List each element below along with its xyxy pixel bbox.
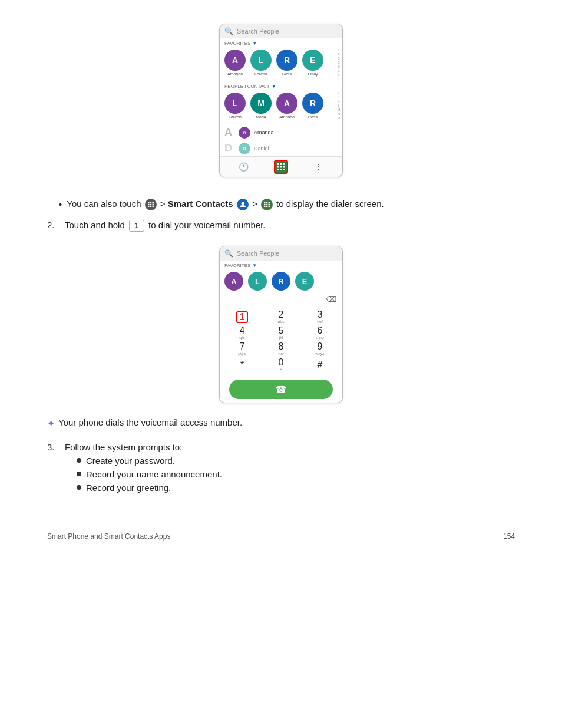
contact-daniel: D Daniel (239, 143, 269, 154)
key-hash: # (307, 358, 333, 371)
phone-toolbar: 🕐 ⋮ (220, 156, 342, 177)
sub-bullet (77, 458, 81, 463)
svg-rect-9 (148, 202, 150, 203)
backspace-icon: ⌫ (326, 295, 336, 304)
step-3-content: Follow the system prompts to: Create you… (65, 442, 222, 496)
people-contact-label: PEOPLE I CONTACT ▼ (220, 81, 342, 90)
avatar-lauren: L Lauren (224, 93, 246, 119)
step-2-content: Touch and hold 1 to dial your voicemail … (65, 220, 266, 232)
avatar-circle: L (250, 50, 272, 71)
more-icon: ⋮ (312, 160, 326, 174)
svg-rect-11 (152, 202, 154, 203)
avatar-a: A (224, 272, 243, 291)
bullet-dot: • (59, 199, 62, 209)
diamond-icon: ✦ (47, 418, 55, 429)
svg-rect-14 (152, 204, 154, 206)
step-3-number: 3. (47, 442, 65, 452)
svg-rect-25 (264, 206, 266, 208)
avatar-circle: M (250, 93, 272, 114)
alphabet-bar: *ABCDEF (335, 47, 342, 78)
page-content: 🔍 Search People FAVORITES ▼ A Amanda (47, 24, 515, 541)
a-section: A A Amanda (220, 124, 342, 140)
bullet-text-1: You can also touch > Smart Contacts (67, 199, 384, 210)
key-1: 1 (229, 310, 255, 324)
note-text: Your phone dials the voicemail access nu… (58, 417, 242, 427)
call-button[interactable]: ☎ (229, 380, 333, 399)
dialer-keypad: 1 2 abc 3 def 4 ghi (220, 305, 342, 376)
contact-amanda: A Amanda (239, 127, 274, 139)
svg-rect-13 (150, 204, 151, 206)
sub-list-item-3: Record your greeting. (77, 483, 222, 493)
key-4: 4 ghi (229, 326, 255, 340)
avatar-small: D (239, 143, 250, 154)
key-6: 6 mno (307, 326, 333, 340)
chevron-down-icon2: ▼ (272, 84, 276, 89)
footer-left: Smart Phone and Smart Contacts Apps (47, 532, 170, 541)
contacts-icon (237, 199, 249, 210)
sub-bullet (77, 485, 81, 490)
avatar-circle: A (224, 50, 246, 71)
favorites-label: FAVORITES ▼ (220, 38, 342, 47)
people-contact-avatars: L Lauren M Maria A Amanda R (220, 90, 342, 121)
d-section: D D Daniel (220, 140, 342, 156)
svg-rect-10 (150, 202, 151, 203)
dialer-search-bar: 🔍 Search People (220, 246, 342, 261)
keypad-row-1: 1 2 abc 3 def (229, 310, 333, 324)
chevron-down-icon3: ▼ (252, 263, 257, 268)
avatar-emily: E Emily (302, 50, 323, 76)
svg-rect-22 (264, 204, 266, 206)
clock-icon: 🕐 (236, 160, 250, 174)
avatar-circle: E (302, 50, 323, 71)
avatar-small: A (239, 127, 250, 139)
key-8: 8 tuv (268, 342, 294, 355)
note-result: ✦ Your phone dials the voicemail access … (47, 417, 242, 429)
keypad-row-2: 4 ghi 5 jkl 6 mno (229, 326, 333, 340)
alphabet-bar2: IJKLMNO (335, 90, 342, 121)
avatar-circle: R (276, 50, 297, 71)
favorites-avatars: A Amanda L Lorena R Ross E (220, 47, 342, 78)
search-placeholder: Search People (237, 28, 279, 35)
svg-rect-1 (280, 163, 282, 165)
avatar-maria: M Maria (250, 93, 272, 119)
step-2-number: 2. (47, 220, 65, 230)
svg-rect-27 (268, 206, 270, 208)
dialer-search-placeholder: Search People (237, 250, 279, 257)
dialer-favorites-label: FAVORITES ▼ (220, 261, 342, 269)
footer-right: 154 (503, 532, 515, 541)
svg-rect-3 (277, 166, 279, 168)
phone-mockup-2: 🔍 Search People FAVORITES ▼ A L R (219, 246, 343, 403)
key-0: 0 + (268, 358, 294, 371)
avatar-ross2: R Ross (302, 93, 323, 119)
key-5: 5 jkl (268, 326, 294, 340)
svg-rect-16 (150, 206, 151, 208)
svg-rect-6 (277, 169, 279, 170)
sub-bullet (77, 472, 81, 476)
step-2: 2. Touch and hold 1 to dial your voicema… (47, 220, 266, 232)
svg-rect-17 (152, 206, 154, 208)
dialer-avatars: A L R E (220, 269, 342, 293)
svg-rect-7 (280, 169, 282, 170)
svg-rect-4 (280, 166, 282, 168)
key-7: 7 pqrs (229, 342, 255, 355)
phone-mockup-1: 🔍 Search People FAVORITES ▼ A Amanda (219, 24, 343, 177)
grid-svg (277, 163, 285, 171)
svg-rect-19 (264, 202, 266, 203)
key-1-box: 1 (129, 220, 144, 232)
sub-list-item-2: Record your name announcement. (77, 469, 222, 479)
avatar-lorena: L Lorena (250, 50, 272, 76)
separator (220, 80, 342, 80)
key-star: * (229, 358, 255, 371)
key-3: 3 def (307, 310, 333, 324)
favorites-section: FAVORITES ▼ A Amanda L Lorena (220, 38, 342, 156)
search-icon2: 🔍 (224, 249, 233, 258)
keypad-row-3: 7 pqrs 8 tuv 9 wxyz (229, 342, 333, 355)
svg-rect-5 (283, 166, 285, 168)
avatar-e: E (295, 272, 314, 291)
separator2 (220, 123, 342, 123)
dialer-grid-icon (261, 199, 273, 210)
key-9: 9 wxyz (307, 342, 333, 355)
svg-rect-23 (266, 204, 268, 206)
svg-rect-21 (268, 202, 270, 203)
svg-rect-26 (266, 206, 268, 208)
svg-rect-8 (283, 169, 285, 170)
